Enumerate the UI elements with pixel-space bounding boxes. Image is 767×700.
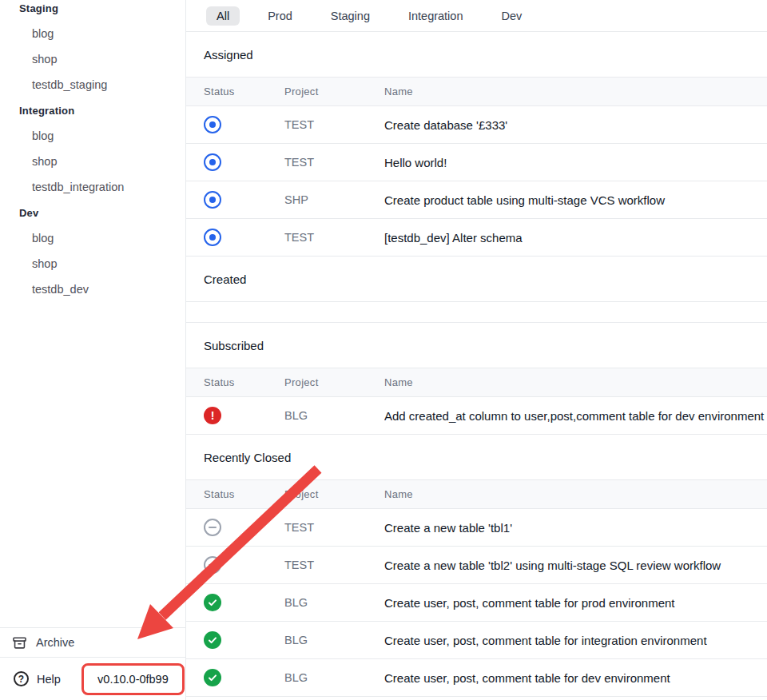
status-canceled-icon — [204, 519, 221, 536]
issue-project-cell: TEST — [284, 231, 384, 244]
issue-row[interactable]: TESTHello world! — [186, 144, 767, 181]
status-open-icon — [204, 153, 221, 171]
issue-name-cell: Add created_at column to user,post,comme… — [384, 409, 767, 423]
status-open-icon — [204, 191, 221, 209]
help-icon: ? — [14, 671, 29, 686]
issue-name-cell: Create database '£333' — [384, 118, 767, 132]
issue-status-cell — [186, 519, 284, 536]
sidebar-db-testdb-dev[interactable]: testdb_dev — [0, 276, 185, 302]
section-title-assigned: Assigned — [186, 32, 767, 77]
issue-project-cell: TEST — [284, 156, 384, 169]
version-badge annotation-highlight-box: v0.10.0-0fb99 — [81, 663, 185, 695]
section-assigned: AssignedStatusProjectNameTESTCreate data… — [186, 32, 767, 257]
tab-prod[interactable]: Prod — [257, 6, 303, 26]
section-title-subscribed: Subscribed — [186, 323, 767, 368]
sidebar-db-testdb-staging[interactable]: testdb_staging — [0, 72, 185, 97]
issue-status-cell — [186, 191, 284, 209]
environment-tabbar: AllProdStagingIntegrationDev — [186, 0, 767, 32]
help-label: Help — [37, 673, 61, 686]
section-recently-closed: Recently ClosedStatusProjectNameTESTCrea… — [186, 435, 767, 697]
issue-name-cell: Create a new table 'tbl1' — [384, 521, 767, 535]
issue-project-cell: TEST — [284, 118, 384, 131]
sidebar-env-dev: Dev — [0, 200, 185, 225]
version-text: v0.10.0-0fb99 — [97, 673, 169, 686]
section-title-created: Created — [186, 257, 767, 301]
issue-status-cell: ! — [186, 407, 284, 424]
section-created: Created — [186, 257, 767, 323]
status-done-icon — [204, 669, 221, 686]
issue-name-cell: [testdb_dev] Alter schema — [384, 231, 767, 245]
sidebar-db-blog[interactable]: blog — [0, 123, 185, 149]
issue-name-cell: Hello world! — [384, 156, 767, 169]
issue-row[interactable]: BLGCreate user, post, comment table for … — [186, 659, 767, 697]
status-done-icon — [204, 631, 221, 649]
sidebar-db-testdb-integration[interactable]: testdb_integration — [0, 174, 185, 200]
sidebar-db-blog[interactable]: blog — [0, 225, 185, 251]
sidebar-bottom: Archive ? Help v0.10.0-0fb99 — [0, 627, 185, 700]
issue-name-cell: Create a new table 'tbl2' using multi-st… — [384, 559, 767, 572]
database-tree: Stagingblogshoptestdb_stagingIntegration… — [0, 0, 185, 302]
status-done-icon — [204, 594, 221, 611]
sidebar-env-integration: Integration — [0, 97, 185, 123]
issue-row[interactable]: !BLGAdd created_at column to user,post,c… — [186, 397, 767, 435]
issue-project-cell: TEST — [284, 521, 384, 534]
sidebar-item-archive[interactable]: Archive — [0, 627, 185, 657]
column-header-project: Project — [284, 488, 384, 500]
issue-row[interactable]: TESTCreate a new table 'tbl1' — [186, 509, 767, 547]
tab-all[interactable]: All — [206, 6, 240, 26]
main-content: AllProdStagingIntegrationDev AssignedSta… — [186, 0, 767, 700]
archive-label: Archive — [36, 636, 74, 649]
issue-name-cell: Create user, post, comment table for dev… — [384, 671, 767, 685]
empty-issue-list — [186, 301, 767, 323]
issue-status-cell — [186, 669, 284, 686]
section-subscribed: SubscribedStatusProjectName!BLGAdd creat… — [186, 323, 767, 435]
issue-status-cell — [186, 153, 284, 171]
issue-row[interactable]: BLGCreate user, post, comment table for … — [186, 584, 767, 622]
column-header-status: Status — [186, 376, 284, 388]
issue-row[interactable]: TESTCreate a new table 'tbl2' using mult… — [186, 547, 767, 584]
issue-project-cell: BLG — [284, 596, 384, 609]
issue-status-cell — [186, 229, 284, 246]
archive-icon — [12, 635, 27, 650]
column-header-status: Status — [186, 86, 284, 97]
sidebar-item-help[interactable]: ? Help v0.10.0-0fb99 — [0, 657, 185, 700]
issue-project-cell: BLG — [284, 409, 384, 422]
sidebar: Stagingblogshoptestdb_stagingIntegration… — [0, 0, 186, 700]
column-header-project: Project — [284, 376, 384, 388]
status-open-icon — [204, 116, 221, 133]
table-header: StatusProjectName — [186, 479, 767, 509]
column-header-status: Status — [186, 488, 284, 500]
tab-integration[interactable]: Integration — [398, 6, 474, 26]
column-header-name: Name — [384, 488, 767, 500]
column-header-name: Name — [384, 86, 767, 97]
issue-status-cell — [186, 116, 284, 133]
tab-dev[interactable]: Dev — [491, 6, 532, 26]
status-open-icon — [204, 229, 221, 246]
issue-project-cell: BLG — [284, 671, 384, 684]
column-header-name: Name — [384, 376, 767, 388]
issue-project-cell: BLG — [284, 634, 384, 646]
table-header: StatusProjectName — [186, 368, 767, 397]
column-header-project: Project — [284, 86, 384, 97]
sidebar-db-shop[interactable]: shop — [0, 251, 185, 276]
tab-staging[interactable]: Staging — [320, 6, 380, 26]
issue-project-cell: TEST — [284, 559, 384, 571]
sidebar-db-shop[interactable]: shop — [0, 149, 185, 174]
status-error-icon: ! — [204, 407, 221, 424]
issue-status-cell — [186, 631, 284, 649]
issue-row[interactable]: TESTCreate database '£333' — [186, 106, 767, 144]
sidebar-db-blog[interactable]: blog — [0, 21, 185, 46]
issue-sections: AssignedStatusProjectNameTESTCreate data… — [186, 32, 767, 697]
issue-name-cell: Create user, post, comment table for int… — [384, 634, 767, 647]
sidebar-env-staging: Staging — [0, 0, 185, 21]
status-canceled-icon — [204, 556, 221, 574]
issue-name-cell: Create user, post, comment table for pro… — [384, 596, 767, 610]
issue-project-cell: SHP — [284, 193, 384, 206]
issue-status-cell — [186, 556, 284, 574]
section-title-recently-closed: Recently Closed — [186, 435, 767, 479]
issue-row[interactable]: SHPCreate product table using multi-stag… — [186, 181, 767, 219]
issue-row[interactable]: BLGCreate user, post, comment table for … — [186, 622, 767, 659]
issue-row[interactable]: TEST[testdb_dev] Alter schema — [186, 219, 767, 257]
sidebar-db-shop[interactable]: shop — [0, 46, 185, 72]
issue-name-cell: Create product table using multi-stage V… — [384, 193, 767, 207]
